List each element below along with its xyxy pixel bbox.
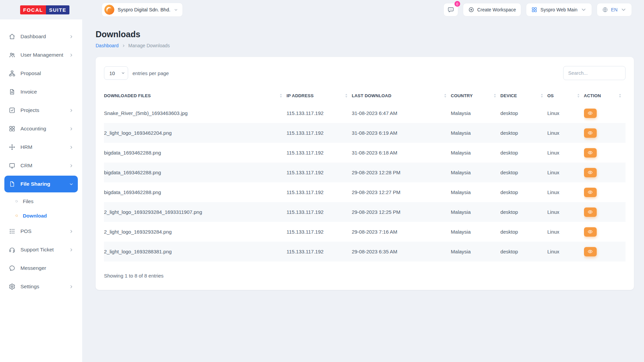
- view-download-button[interactable]: [584, 207, 597, 217]
- cell-action: [584, 182, 626, 202]
- chevron-right-icon: [69, 35, 73, 39]
- column-header-device[interactable]: DEVICE: [500, 88, 547, 103]
- sidebar-item-support-ticket[interactable]: Support Ticket: [4, 241, 78, 258]
- table-footer-summary: Showing 1 to 8 of 8 entries: [104, 261, 626, 283]
- sort-icon: [619, 94, 622, 98]
- cell-file-name: 2_light_logo_1693293284_1693311907.png: [104, 202, 286, 222]
- cell-last-download: 31-08-2023 6:18 AM: [352, 143, 451, 163]
- cell-action: [584, 123, 626, 143]
- file-icon: [9, 181, 15, 187]
- view-download-button[interactable]: [584, 227, 597, 237]
- app-logo[interactable]: FOCAL SUITE: [20, 5, 69, 14]
- view-download-button[interactable]: [584, 188, 597, 197]
- download-row: 2_light_logo_1693293284_1693311907.png11…: [104, 202, 626, 222]
- cell-last-download: 29-08-2023 12:28 PM: [352, 163, 451, 182]
- cell-device: desktop: [500, 143, 547, 163]
- cell-os: Linux: [547, 143, 584, 163]
- sidebar-item-settings[interactable]: Settings: [4, 278, 78, 295]
- cell-action: [584, 103, 626, 123]
- chat-bubble-icon: [447, 6, 454, 13]
- gear-icon: [9, 283, 15, 290]
- cell-last-download: 29-08-2023 7:16 AM: [352, 222, 451, 242]
- sidebar-item-proposal[interactable]: Proposal: [4, 65, 78, 82]
- breadcrumb-dashboard-link[interactable]: Dashboard: [96, 43, 119, 48]
- move-icon: [9, 144, 15, 150]
- sidebar-item-label: Proposal: [20, 70, 73, 76]
- column-label: DEVICE: [500, 93, 517, 98]
- search-input[interactable]: [563, 66, 626, 80]
- sidebar-subitem-label: Download: [23, 213, 47, 219]
- column-header-downloaded-files[interactable]: DOWNLOADED FILES: [104, 88, 286, 103]
- column-header-os[interactable]: OS: [547, 88, 584, 103]
- per-page-select[interactable]: 10: [104, 66, 128, 80]
- view-download-button[interactable]: [584, 168, 597, 177]
- create-workspace-button[interactable]: Create Workspace: [463, 3, 522, 16]
- column-header-action[interactable]: ACTION: [584, 88, 626, 103]
- cell-device: desktop: [500, 123, 547, 143]
- column-header-last-download[interactable]: LAST DOWNLOAD: [352, 88, 451, 103]
- sidebar-item-label: Settings: [20, 284, 64, 290]
- sidebar-item-dashboard[interactable]: Dashboard: [4, 28, 78, 45]
- eye-icon: [588, 209, 593, 215]
- sort-icon: [493, 94, 496, 98]
- cell-ip-address: 115.133.117.192: [286, 103, 352, 123]
- chevron-right-icon: [122, 44, 125, 48]
- sidebar-item-hrm[interactable]: HRM: [4, 139, 78, 156]
- sidebar-item-pos[interactable]: POS: [4, 223, 78, 240]
- globe-icon: [602, 7, 608, 13]
- sidebar-item-user-management[interactable]: User Management: [4, 47, 78, 63]
- sidebar: Dashboard User Management Proposal Invoi…: [0, 19, 82, 362]
- cell-ip-address: 115.133.117.192: [286, 222, 352, 242]
- chevron-right-icon: [69, 164, 73, 168]
- workspace-name: Syspro Digital Sdn. Bhd.: [118, 7, 170, 12]
- cell-device: desktop: [500, 242, 547, 261]
- download-row: 2_light_logo_1693462204.png115.133.117.1…: [104, 123, 626, 143]
- sidebar-item-label: Invoice: [20, 89, 73, 95]
- sidebar-item-accounting[interactable]: Accounting: [4, 120, 78, 137]
- sidebar-item-messenger[interactable]: Messenger: [4, 260, 78, 277]
- view-download-button[interactable]: [584, 148, 597, 158]
- column-header-country[interactable]: COUNTRY: [451, 88, 500, 103]
- sidebar-item-crm[interactable]: CRM: [4, 157, 78, 174]
- chevron-down-icon: [69, 182, 73, 186]
- sidebar-item-projects[interactable]: Projects: [4, 102, 78, 119]
- cell-ip-address: 115.133.117.192: [286, 242, 352, 261]
- view-download-button[interactable]: [584, 247, 597, 256]
- circle-icon: [15, 214, 18, 218]
- cell-os: Linux: [547, 103, 584, 123]
- grid-icon: [531, 7, 537, 13]
- view-download-button[interactable]: [584, 109, 597, 118]
- web-main-switcher[interactable]: Syspro Web Main: [526, 3, 592, 16]
- workspace-avatar: [104, 5, 114, 15]
- users-icon: [9, 52, 15, 58]
- chevron-down-icon: [621, 7, 627, 13]
- cell-file-name: bigdata_1693462288.png: [104, 182, 286, 202]
- sidebar-item-file-sharing[interactable]: File Sharing: [4, 176, 78, 192]
- sidebar-item-invoice[interactable]: Invoice: [4, 83, 78, 100]
- cell-action: [584, 242, 626, 261]
- cell-file-name: Snake_River_(5mb)_1693463603.jpg: [104, 103, 286, 123]
- cell-file-name: 2_light_logo_1693293284.png: [104, 222, 286, 242]
- chevron-right-icon: [69, 127, 73, 131]
- eye-icon: [588, 229, 593, 234]
- cell-country: Malaysia: [451, 222, 500, 242]
- chevron-down-icon: [174, 8, 178, 12]
- cell-last-download: 31-08-2023 6:19 AM: [352, 123, 451, 143]
- column-label: LAST DOWNLOAD: [352, 93, 391, 98]
- sidebar-subitem-label: Files: [23, 198, 34, 204]
- sidebar-subitem-download[interactable]: Download: [4, 208, 78, 223]
- eye-icon: [588, 249, 593, 254]
- chat-button[interactable]: 0: [443, 3, 458, 16]
- chevron-right-icon: [69, 285, 73, 289]
- circle-icon: [15, 199, 18, 203]
- column-header-ip-address[interactable]: IP ADDRESS: [286, 88, 352, 103]
- view-download-button[interactable]: [584, 128, 597, 138]
- sidebar-subitem-files[interactable]: Files: [4, 194, 78, 208]
- cell-device: desktop: [500, 163, 547, 182]
- sort-icon: [345, 94, 348, 98]
- sidebar-item-label: Projects: [20, 107, 64, 113]
- cell-ip-address: 115.133.117.192: [286, 123, 352, 143]
- language-selector[interactable]: EN: [597, 3, 632, 16]
- workspace-selector[interactable]: Syspro Digital Sdn. Bhd.: [102, 3, 183, 17]
- chevron-right-icon: [69, 145, 73, 149]
